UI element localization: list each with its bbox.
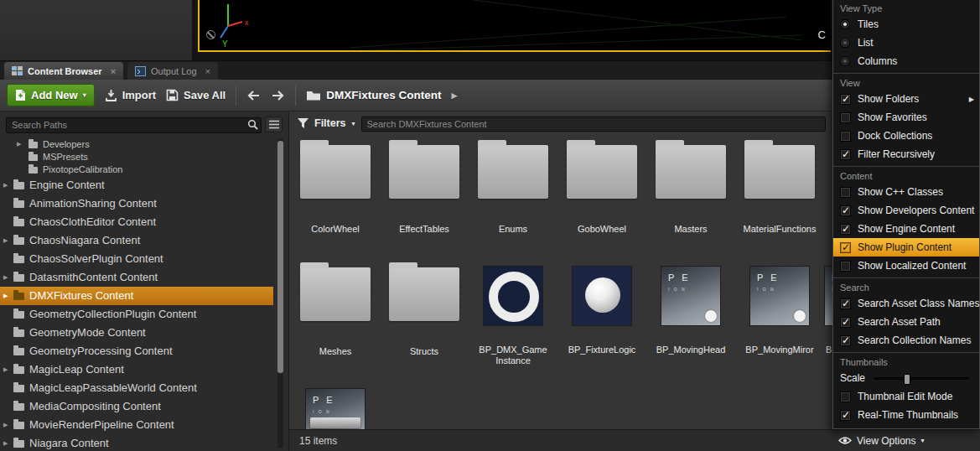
menu-item-tiles[interactable]: Tiles — [833, 15, 979, 34]
menu-item-show-folders[interactable]: Show Folders ▶ — [833, 90, 979, 108]
folder-tile-gobowheel[interactable]: GoboWheel — [557, 140, 646, 262]
menu-item-label: Show Favorites — [858, 111, 927, 123]
asset-grid: ColorWheel EffectTables Enums GoboWheel … — [291, 135, 832, 429]
expander-icon[interactable]: ▶ — [3, 293, 8, 299]
sidebar-item-geometrymode[interactable]: GeometryMode Content — [0, 324, 273, 342]
menu-item-list[interactable]: List — [833, 34, 979, 52]
chevron-down-icon[interactable]: ▾ — [352, 120, 355, 127]
sidebar-item-developers[interactable]: ▶ Developers — [0, 138, 273, 151]
menu-section-header: View Type — [833, 0, 979, 15]
folder-tile-meshes[interactable]: Meshes — [291, 262, 380, 385]
asset-tile-bp-movinghead[interactable]: P E I O N BP_MovingHead — [646, 262, 735, 385]
tile-label: Masters — [674, 224, 707, 235]
menu-item-show-developers-content[interactable]: Show Developers Content — [833, 201, 979, 220]
radio-icon — [840, 56, 850, 66]
view-options-button[interactable]: View Options ▾ — [838, 435, 925, 447]
expander-icon[interactable]: ▶ — [3, 237, 8, 244]
search-paths-field[interactable] — [6, 117, 262, 133]
sidebar-item-chaosclotheditor[interactable]: ChaosClothEditor Content — [0, 213, 273, 231]
menu-item-search-asset-class-names[interactable]: Search Asset Class Names — [833, 294, 979, 313]
menu-item-show-cpp-classes[interactable]: Show C++ Classes — [833, 183, 979, 201]
folder-icon — [389, 145, 459, 199]
scale-slider-handle[interactable] — [904, 374, 910, 385]
pe-logo: P E I O N — [313, 396, 335, 417]
level-viewport[interactable]: x Y C — [193, 0, 832, 60]
folder-icon — [29, 154, 38, 161]
expander-icon[interactable]: ▶ — [17, 141, 21, 148]
expander-icon[interactable]: ▶ — [3, 182, 8, 189]
close-tab-icon[interactable]: × — [111, 66, 116, 76]
menu-item-show-plugin-content[interactable]: Show Plugin Content — [833, 238, 979, 257]
asset-tile-partial[interactable]: P E I O N — [291, 385, 380, 429]
sidebar-item-movierenderpipeline[interactable]: ▶ MovieRenderPipeline Content — [0, 416, 273, 434]
radio-selected-icon — [840, 19, 850, 29]
menu-item-show-localized-content[interactable]: Show Localized Content — [833, 257, 979, 275]
sidebar-item-label: AnimationSharing Content — [29, 197, 157, 210]
scale-slider[interactable] — [874, 377, 969, 380]
folder-tile-structs[interactable]: Structs — [380, 262, 469, 385]
asset-tile-clipped[interactable]: P E I O N B — [824, 262, 832, 385]
add-new-button[interactable]: Add New ▾ — [7, 84, 95, 106]
import-button[interactable]: Import — [105, 89, 156, 101]
menu-item-label: Show Developers Content — [858, 205, 974, 216]
sidebar-item-dmxfixtures-selected[interactable]: ▶ DMXFixtures Content — [0, 287, 273, 305]
menu-item-columns[interactable]: Columns — [833, 52, 979, 70]
menu-item-filter-recursively[interactable]: Filter Recursively — [833, 145, 979, 163]
sidebar-scrollbar-thumb[interactable] — [277, 141, 283, 373]
asset-tile-bp-fixturelogic[interactable]: BP_FixtureLogic — [557, 262, 646, 385]
asset-tile-bp-movingmiror[interactable]: P E I O N BP_MovingMiror — [735, 262, 824, 385]
asset-thumbnail — [572, 266, 632, 326]
sidebar-item-mspresets[interactable]: MSPresets — [0, 151, 273, 163]
grid-line — [453, 0, 802, 41]
menu-item-dock-collections[interactable]: Dock Collections — [833, 127, 979, 145]
asset-search-input[interactable] — [361, 117, 826, 132]
sources-view-toggle-button[interactable] — [265, 117, 283, 132]
expander-icon[interactable]: ▶ — [3, 366, 8, 373]
menu-item-search-collection-names[interactable]: Search Collection Names — [833, 331, 979, 350]
expander-icon[interactable]: ▶ — [3, 274, 8, 281]
menu-item-show-engine-content[interactable]: Show Engine Content — [833, 220, 979, 238]
sidebar-item-magicleappassableworld[interactable]: MagicLeapPassableWorld Content — [0, 379, 273, 397]
sidebar-item-label: ChaosClothEditor Content — [29, 215, 156, 228]
tab-output-log[interactable]: Output Log × — [127, 62, 218, 80]
chevron-down-icon: ▾ — [83, 91, 86, 99]
folder-tile-masters[interactable]: Masters — [646, 140, 735, 262]
search-paths-input[interactable] — [6, 117, 262, 133]
sidebar-item-geometryprocessing[interactable]: GeometryProcessing Content — [0, 342, 273, 360]
sidebar-item-geometrycollectionplugin[interactable]: GeometryCollectionPlugin Content — [0, 305, 273, 324]
menu-section-header: Thumbnails — [833, 352, 979, 369]
folder-tile-enums[interactable]: Enums — [469, 140, 557, 262]
folder-tile-colorwheel[interactable]: ColorWheel — [291, 140, 380, 262]
menu-item-show-favorites[interactable]: Show Favorites — [833, 108, 979, 127]
menu-item-thumbnail-edit-mode[interactable]: Thumbnail Edit Mode — [833, 387, 979, 406]
close-tab-icon[interactable]: × — [205, 66, 210, 76]
sidebar-item-chaossolverplugin[interactable]: ChaosSolverPlugin Content — [0, 250, 273, 268]
sidebar-item-mediacompositing[interactable]: MediaCompositing Content — [0, 397, 273, 416]
expander-icon[interactable]: ▶ — [3, 440, 8, 447]
back-button[interactable] — [246, 90, 261, 101]
folder-icon — [13, 182, 24, 189]
menu-item-search-asset-path[interactable]: Search Asset Path — [833, 313, 979, 331]
breadcrumb[interactable]: DMXFixtures Content ▶ — [306, 89, 457, 101]
sidebar-item-animationsharing[interactable]: AnimationSharing Content — [0, 194, 273, 213]
breadcrumb-caret-icon[interactable]: ▶ — [451, 91, 457, 100]
sidebar-item-engine-content[interactable]: ▶ Engine Content — [0, 176, 273, 194]
viewport-canvas[interactable]: x Y C — [198, 0, 831, 52]
sidebar-item-pixotopecalibration[interactable]: PixotopeCalibration — [0, 163, 273, 176]
expander-icon[interactable]: ▶ — [3, 422, 8, 428]
asset-tile-bp-dmx-gameinstance[interactable]: BP_DMX_Game Instance — [469, 262, 557, 385]
forward-button[interactable] — [271, 90, 285, 101]
asset-search-field[interactable] — [361, 116, 826, 132]
tile-label: GoboWheel — [578, 224, 626, 235]
filters-button[interactable]: Filters — [314, 117, 346, 129]
tab-content-browser[interactable]: Content Browser × — [4, 62, 123, 80]
save-all-button[interactable]: Save All — [166, 89, 226, 101]
folder-tile-effecttables[interactable]: EffectTables — [380, 140, 469, 262]
sidebar-item-magicleap[interactable]: ▶ MagicLeap Content — [0, 360, 273, 379]
folder-tile-materialfunctions[interactable]: MaterialFunctions — [735, 140, 824, 262]
menu-item-real-time-thumbnails[interactable]: Real-Time Thumbnails — [833, 406, 979, 424]
sidebar-item-datasmithcontent[interactable]: ▶ DatasmithContent Content — [0, 268, 273, 287]
sidebar-item-chaosniagara[interactable]: ▶ ChaosNiagara Content — [0, 231, 273, 250]
sidebar-item-niagara[interactable]: ▶ Niagara Content — [0, 434, 273, 451]
sidebar-item-label: Niagara Content — [29, 437, 109, 449]
